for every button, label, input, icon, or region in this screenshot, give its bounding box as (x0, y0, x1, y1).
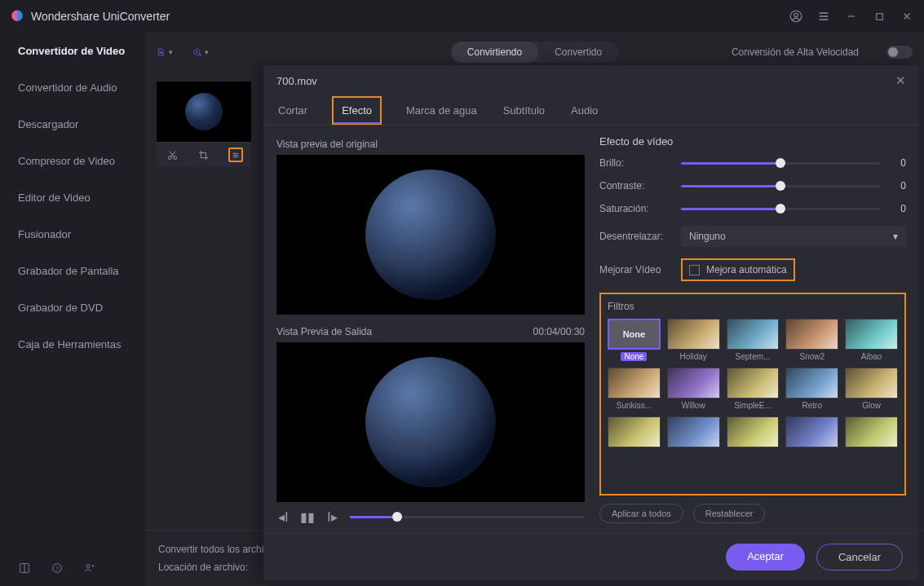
svg-text:?: ? (55, 565, 59, 572)
sidebar-item-editor[interactable]: Editor de Video (0, 179, 145, 216)
toggle-converting[interactable]: Convirtiendo (451, 42, 538, 63)
accept-button[interactable]: Aceptar (726, 544, 805, 571)
filter-name-label: Sunkiss... (617, 401, 652, 410)
apply-all-button[interactable]: Aplicar a todos (599, 504, 683, 523)
effects-icon[interactable] (228, 148, 243, 162)
svg-point-12 (236, 154, 237, 156)
cut-icon[interactable] (165, 148, 179, 162)
filter-name-label: Holiday (680, 352, 707, 361)
contrast-label: Contraste: (599, 180, 671, 192)
filter-thumb[interactable] (845, 368, 898, 399)
filter-thumb[interactable] (785, 416, 838, 447)
seek-slider[interactable] (350, 516, 585, 518)
filter-thumb[interactable] (667, 319, 720, 350)
brightness-row: Brillo: 0 (599, 157, 906, 169)
deinterlace-select[interactable]: Ninguno ▾ (681, 226, 906, 247)
filter-thumb[interactable] (667, 368, 720, 399)
sidebar-item-audio-converter[interactable]: Convertidor de Audio (0, 69, 145, 106)
add-dvd-icon[interactable]: ▾ (192, 44, 209, 60)
brightness-slider[interactable] (681, 162, 880, 165)
sidebar-item-dvd-burner[interactable]: Grabador de DVD (0, 289, 145, 326)
filter-cell: Glow (845, 368, 898, 410)
logo-icon (10, 9, 24, 24)
filter-cell: NoneNone (608, 319, 661, 361)
modal-footer: Aceptar Cancelar (263, 533, 919, 580)
modal-tabs: Cortar Efecto Marca de agua Subtítulo Au… (263, 96, 919, 126)
preview-original (276, 155, 585, 315)
prev-frame-icon[interactable]: ◂Ⅰ (276, 510, 290, 523)
filter-thumb[interactable] (727, 368, 780, 399)
tab-subtitulo[interactable]: Subtítulo (502, 96, 546, 125)
sidebar-item-merger[interactable]: Fusionador (0, 216, 145, 253)
filter-thumb[interactable] (608, 416, 661, 447)
filter-actions: Aplicar a todos Restablecer (599, 504, 906, 523)
sidebar-item-toolbox[interactable]: Caja de Herramientas (0, 326, 145, 363)
account-icon[interactable] (789, 9, 803, 24)
effect-modal: 700.mov ✕ Cortar Efecto Marca de agua Su… (263, 65, 919, 580)
cancel-button[interactable]: Cancelar (816, 544, 903, 571)
tab-cortar[interactable]: Cortar (276, 96, 309, 125)
svg-point-11 (233, 152, 235, 154)
sidebar-item-downloader[interactable]: Descargador (0, 106, 145, 143)
tab-marca[interactable]: Marca de agua (405, 96, 479, 125)
saturation-slider[interactable] (681, 208, 880, 210)
contrast-slider[interactable] (681, 185, 880, 187)
sidebar-item-compressor[interactable]: Compresor de Video (0, 143, 145, 179)
file-thumbnail-card[interactable] (157, 82, 251, 167)
pause-icon[interactable]: ▮▮ (301, 510, 314, 523)
filter-name-label: Aibao (861, 352, 882, 361)
video-effect-title: Efecto de vídeo (599, 135, 906, 148)
svg-point-13 (234, 156, 236, 157)
sidebar-item-video-converter[interactable]: Convertidor de Video (0, 33, 145, 69)
auto-enhance-checkbox[interactable] (689, 265, 700, 275)
help-icon[interactable]: ? (51, 562, 64, 575)
minimize-icon[interactable] (844, 9, 859, 24)
modal-header: 700.mov ✕ (263, 65, 919, 96)
high-speed-switch[interactable] (886, 46, 913, 59)
chevron-down-icon: ▾ (893, 231, 898, 242)
filter-thumb[interactable] (667, 416, 720, 447)
filter-thumb[interactable] (845, 416, 898, 447)
reset-button[interactable]: Restablecer (693, 504, 766, 523)
preview-column: Vista previa del original Vista Previa d… (276, 135, 585, 523)
preview-original-label: Vista previa del original (276, 139, 585, 150)
contact-icon[interactable] (83, 562, 96, 575)
filter-name-label: Snow2 (800, 352, 825, 361)
deinterlace-value: Ninguno (689, 231, 726, 242)
filter-cell (785, 416, 838, 447)
modal-close-icon[interactable]: ✕ (895, 73, 906, 88)
crop-icon[interactable] (197, 148, 211, 162)
close-icon[interactable] (900, 9, 914, 24)
tab-audio[interactable]: Audio (569, 96, 599, 125)
toggle-converted[interactable]: Convertido (538, 42, 618, 63)
menu-icon[interactable] (816, 9, 831, 24)
filter-thumb[interactable] (727, 416, 780, 447)
add-file-icon[interactable]: ▾ (157, 44, 173, 60)
tab-efecto[interactable]: Efecto (332, 96, 382, 125)
book-icon[interactable] (18, 562, 31, 575)
brightness-value: 0 (890, 157, 906, 169)
filter-cell (845, 416, 898, 447)
maximize-icon[interactable] (872, 9, 886, 24)
filter-thumb[interactable]: None (608, 319, 661, 350)
contrast-value: 0 (890, 180, 906, 192)
deinterlace-row: Desentrelazar: Ninguno ▾ (599, 226, 906, 247)
controls-column: Efecto de vídeo Brillo: 0 Contraste: 0 S… (599, 135, 906, 523)
enhance-row: Mejorar Vídeo Mejora automática (599, 258, 906, 281)
filter-thumb[interactable] (785, 368, 838, 399)
sidebar-item-screen-recorder[interactable]: Grabador de Pantalla (0, 253, 145, 289)
transport-controls: ◂Ⅰ ▮▮ Ⅰ▸ (276, 510, 585, 523)
filter-name-label: SimpleE... (734, 401, 771, 410)
filter-thumb[interactable] (785, 319, 838, 350)
next-frame-icon[interactable]: Ⅰ▸ (325, 510, 338, 523)
modal-filename: 700.mov (276, 75, 317, 87)
svg-point-6 (86, 564, 90, 567)
deinterlace-label: Desentrelazar: (599, 231, 671, 242)
filter-cell (667, 416, 720, 447)
filter-thumb[interactable] (727, 319, 780, 350)
titlebar-controls (789, 9, 914, 24)
filter-thumb[interactable] (608, 368, 661, 399)
filter-cell: Willow (667, 368, 720, 410)
filter-thumb[interactable] (845, 319, 898, 350)
sidebar-footer: ? (0, 550, 145, 586)
